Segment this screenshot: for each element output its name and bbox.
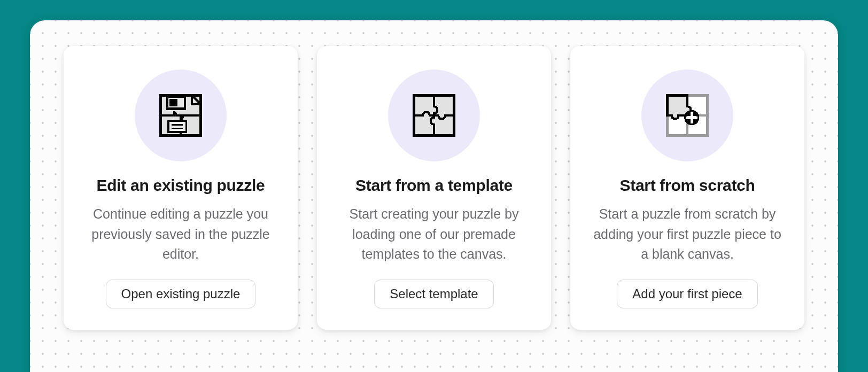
card-start-template: Start from a template Start creating you…	[317, 46, 551, 330]
card-title: Start from scratch	[619, 176, 755, 195]
card-title: Start from a template	[355, 176, 513, 195]
card-edit-existing: Edit an existing puzzle Continue editing…	[64, 46, 298, 330]
svg-rect-3	[168, 121, 186, 132]
open-existing-button[interactable]: Open existing puzzle	[106, 280, 256, 308]
add-first-piece-button[interactable]: Add your first piece	[617, 280, 757, 308]
card-start-scratch: Start from scratch Start a puzzle from s…	[570, 46, 804, 330]
card-title: Edit an existing puzzle	[97, 176, 265, 195]
svg-rect-2	[169, 99, 177, 107]
option-cards-row: Edit an existing puzzle Continue editing…	[51, 46, 817, 330]
card-description: Continue editing a puzzle you previously…	[82, 204, 280, 265]
card-description: Start a puzzle from scratch by adding yo…	[588, 204, 786, 265]
select-template-button[interactable]: Select template	[374, 280, 493, 308]
puzzle-template-icon	[388, 69, 480, 161]
floppy-puzzle-icon	[135, 69, 227, 161]
puzzle-add-icon	[641, 69, 733, 161]
card-description: Start creating your puzzle by loading on…	[335, 204, 533, 265]
start-panel: Edit an existing puzzle Continue editing…	[30, 20, 838, 372]
